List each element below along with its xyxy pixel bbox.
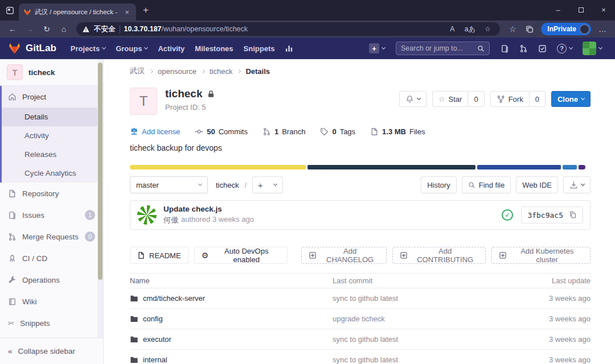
- breadcrumb-group[interactable]: 武汉: [130, 66, 145, 76]
- nav-milestones[interactable]: Milestones: [190, 38, 238, 59]
- issues-icon[interactable]: [495, 38, 514, 59]
- translate-icon[interactable]: aあ: [463, 24, 477, 34]
- plus-square-icon: [309, 251, 317, 259]
- column-header-last-commit[interactable]: Last commit: [333, 276, 522, 285]
- download-button[interactable]: [563, 176, 591, 193]
- help-menu[interactable]: ?: [552, 38, 577, 59]
- table-row[interactable]: config upgrade ticheck 3 weeks ago: [130, 309, 591, 329]
- commit-author-link[interactable]: 何傲: [163, 215, 178, 225]
- sidebar-item-issues[interactable]: Issues 1: [0, 204, 103, 226]
- star-button[interactable]: ☆Star: [432, 91, 469, 107]
- sidebar-item-snippets[interactable]: ✂ Snippets: [0, 312, 103, 334]
- browser-menu-icon[interactable]: …: [594, 22, 610, 36]
- table-row[interactable]: internal sync to github latest 3 weeks a…: [130, 350, 591, 364]
- column-header-name[interactable]: Name: [130, 276, 333, 285]
- add-file-button[interactable]: +: [253, 177, 268, 193]
- sidebar-item-project[interactable]: Project: [2, 86, 103, 107]
- add-contributing-button[interactable]: Add CONTRIBUTING: [392, 247, 486, 264]
- last-commit-message[interactable]: upgrade ticheck: [333, 315, 522, 323]
- web-ide-button[interactable]: Web IDE: [516, 176, 558, 193]
- fork-button[interactable]: Fork: [490, 91, 530, 107]
- search-input[interactable]: [401, 44, 477, 52]
- copy-icon[interactable]: [569, 211, 577, 219]
- collections-icon[interactable]: [522, 25, 538, 34]
- nav-groups[interactable]: Groups: [110, 38, 153, 59]
- fork-count[interactable]: 0: [529, 91, 546, 107]
- sidebar-item-merge-requests[interactable]: Merge Requests 0: [0, 226, 103, 247]
- sidebar-item-operations[interactable]: Operations: [0, 269, 103, 291]
- gitlab-logo[interactable]: GitLab: [8, 42, 56, 55]
- breadcrumb-subgroup[interactable]: opensource: [158, 67, 196, 76]
- global-search[interactable]: [396, 42, 490, 55]
- tags-stat[interactable]: 0Tags: [320, 127, 355, 136]
- commit-author-avatar[interactable]: [137, 205, 157, 225]
- window-close-button[interactable]: ×: [592, 0, 615, 19]
- collapse-sidebar-button[interactable]: « Collapse sidebar: [0, 338, 102, 364]
- sidebar-item-wiki[interactable]: Wiki: [0, 291, 103, 312]
- tree-path-root[interactable]: ticheck: [216, 181, 239, 189]
- tab-close-icon[interactable]: ×: [122, 8, 132, 16]
- nav-projects[interactable]: Projects: [65, 38, 110, 59]
- readme-button[interactable]: README: [130, 247, 188, 264]
- home-button[interactable]: ⌂: [56, 22, 72, 36]
- window-maximize-button[interactable]: [569, 0, 592, 19]
- pipeline-status-icon[interactable]: ✓: [502, 209, 513, 221]
- address-bar[interactable]: 不安全 10.3.70.187/wuhan/opensource/ticheck…: [76, 22, 500, 36]
- auto-devops-button[interactable]: ⚙ Auto DevOps enabled: [194, 247, 288, 264]
- files-stat[interactable]: 1.3 MBFiles: [370, 127, 425, 136]
- language-bar[interactable]: [130, 165, 591, 169]
- branch-selector[interactable]: master: [130, 176, 208, 193]
- file-name[interactable]: executor: [143, 335, 171, 344]
- security-label[interactable]: 不安全: [94, 24, 116, 34]
- sidebar-item-cycle-analytics[interactable]: Cycle Analytics: [2, 164, 103, 183]
- nav-activity[interactable]: Activity: [153, 38, 190, 59]
- clone-button[interactable]: Clone: [551, 91, 591, 107]
- breadcrumb-project[interactable]: ticheck: [210, 67, 232, 76]
- forward-button[interactable]: →: [22, 22, 38, 36]
- browser-tab[interactable]: 武汉 / opensource / ticheck - Gi ×: [19, 3, 136, 20]
- favorites-icon[interactable]: ☆: [505, 22, 520, 36]
- branches-stat[interactable]: 1Branch: [263, 127, 305, 136]
- inprivate-badge[interactable]: InPrivate: [541, 23, 591, 35]
- notification-dropdown-button[interactable]: [399, 91, 427, 107]
- star-count[interactable]: 0: [468, 91, 484, 107]
- find-file-button[interactable]: Find file: [462, 176, 511, 193]
- refresh-button[interactable]: ↻: [39, 22, 55, 36]
- sidebar-item-activity[interactable]: Activity: [2, 126, 103, 145]
- add-license-link[interactable]: Add license: [130, 127, 180, 136]
- read-aloud-icon[interactable]: A: [445, 25, 459, 33]
- nav-snippets[interactable]: Snippets: [239, 38, 280, 59]
- table-row[interactable]: cmd/ticheck-server sync to github latest…: [130, 288, 591, 309]
- commits-stat[interactable]: 50Commits: [195, 127, 248, 136]
- last-commit-message[interactable]: sync to github latest: [333, 294, 522, 303]
- user-menu[interactable]: [577, 38, 607, 59]
- file-name[interactable]: internal: [143, 355, 167, 364]
- charts-icon[interactable]: [280, 38, 298, 59]
- back-button[interactable]: ←: [5, 22, 20, 36]
- sidebar-item-releases[interactable]: Releases: [2, 145, 103, 164]
- file-name[interactable]: config: [143, 315, 163, 323]
- todos-icon[interactable]: [533, 38, 552, 59]
- history-button[interactable]: History: [421, 176, 456, 193]
- new-dropdown-button[interactable]: +: [364, 38, 390, 59]
- file-name[interactable]: cmd/ticheck-server: [143, 294, 205, 303]
- tab-actions-icon[interactable]: [6, 6, 14, 15]
- window-minimize-button[interactable]: –: [547, 0, 569, 19]
- sidebar-project-context[interactable]: T ticheck: [0, 59, 103, 86]
- merge-requests-icon[interactable]: [514, 38, 533, 59]
- commit-title-link[interactable]: Update check.js: [163, 205, 254, 213]
- favorites-add-icon[interactable]: ☆: [481, 25, 494, 33]
- add-changelog-button[interactable]: Add CHANGELOG: [301, 247, 387, 264]
- table-row[interactable]: executor sync to github latest 3 weeks a…: [130, 329, 591, 350]
- add-kubernetes-button[interactable]: Add Kubernetes cluster: [491, 247, 591, 264]
- last-commit-message[interactable]: sync to github latest: [333, 355, 522, 364]
- new-tab-button[interactable]: +: [143, 5, 149, 16]
- sidebar-scrollbar[interactable]: [97, 59, 103, 338]
- column-header-last-update[interactable]: Last update: [522, 276, 591, 285]
- sidebar-item-repository[interactable]: Repository: [0, 183, 103, 204]
- last-commit-message[interactable]: sync to github latest: [333, 335, 522, 344]
- sidebar-item-ci-cd[interactable]: CI / CD: [0, 247, 103, 269]
- sidebar-item-details[interactable]: Details: [2, 107, 103, 126]
- scrollbar-thumb[interactable]: [98, 63, 102, 280]
- add-file-caret[interactable]: [268, 177, 282, 193]
